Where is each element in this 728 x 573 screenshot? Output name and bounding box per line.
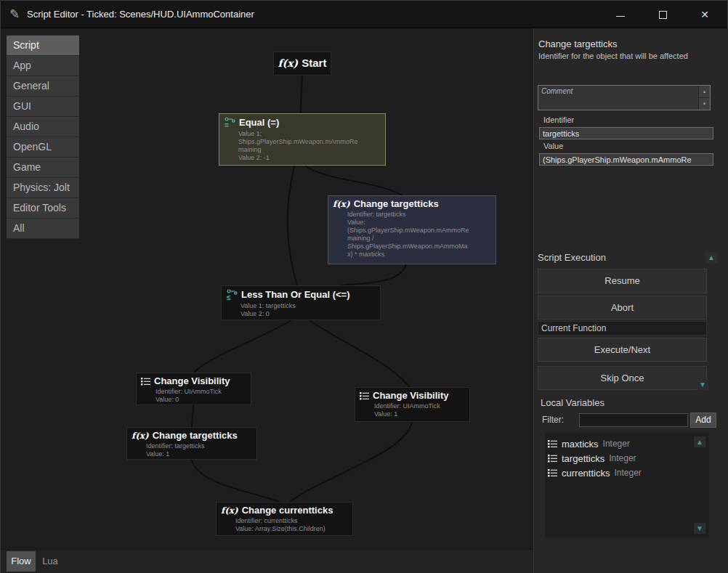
close-button[interactable]: ✕ <box>695 5 714 24</box>
node-line: Value 2: 0 <box>240 310 376 318</box>
node-title-row: Change Visibility <box>355 388 469 402</box>
caret-down-icon: ▼ <box>703 102 707 106</box>
inspector-title: Change targetticks <box>538 38 617 49</box>
node-body: Identifier: UIAmmoTick Value: 0 <box>137 387 251 407</box>
node-line: Identifier: currentticks <box>235 517 348 525</box>
sidebar-item-app[interactable]: App <box>7 56 79 76</box>
variable-row-targetticks[interactable]: targetticks Integer <box>548 451 636 466</box>
sidebar-item-opengl[interactable]: OpenGL <box>7 137 79 158</box>
node-title: Start <box>302 57 326 69</box>
tab-lua[interactable]: Lua <box>37 551 63 572</box>
variable-name: targetticks <box>562 453 604 464</box>
identifier-label: Identifier <box>543 115 574 124</box>
variable-type: Integer <box>603 439 630 449</box>
node-change-targetticks-1[interactable]: f(x) Change targetticks Identifier: targ… <box>328 195 496 264</box>
node-equal[interactable]: = Equal (=) Value 1: Ships.gPlayerShip.m… <box>219 113 386 166</box>
node-change-visibility-1[interactable]: Change Visibility Identifier: UIAmmoTick… <box>136 373 251 405</box>
variable-type: Integer <box>614 468 641 478</box>
maximize-icon <box>659 11 667 19</box>
variable-type: Integer <box>609 453 636 463</box>
add-variable-button[interactable]: Add <box>690 413 716 428</box>
node-line: Identifier: UIAmmoTick <box>374 402 465 410</box>
value-input[interactable] <box>539 153 713 166</box>
current-function-label: Current Function <box>538 321 707 336</box>
node-title-row: f(x) Change targetticks <box>127 428 256 442</box>
variable-row-currentticks[interactable]: currentticks Integer <box>548 466 642 480</box>
node-title-row: ≤ Less Than Or Equal (<=) <box>222 286 380 301</box>
comment-scrollbar: ▲ ▼ <box>698 86 710 110</box>
filter-label: Filter: <box>542 415 564 425</box>
identifier-input[interactable] <box>539 127 713 139</box>
node-change-currentticks[interactable]: f(x) Change currentticks Identifier: cur… <box>216 502 353 536</box>
node-line: Identifier: targetticks <box>146 442 252 450</box>
node-title: Change targetticks <box>354 198 439 209</box>
node-line: Identifier: targetticks <box>347 211 491 219</box>
node-line: Ships.gPlayerShip.mWeapon.mAmmoMa <box>347 243 491 251</box>
node-line: Value 2: -1 <box>238 154 381 162</box>
svg-text:≤: ≤ <box>227 293 231 301</box>
resume-button[interactable]: Resume <box>538 269 707 293</box>
node-title: Change targetticks <box>153 430 238 441</box>
sidebar-item-editor-tools[interactable]: Editor Tools <box>7 198 79 219</box>
node-line: Identifier: UIAmmoTick <box>155 388 246 396</box>
function-icon: f(x) <box>132 431 149 441</box>
category-sidebar: Script App General GUI Audio OpenGL Game… <box>7 35 79 239</box>
tab-flow[interactable]: Flow <box>7 551 36 572</box>
script-execution-title: Script Execution <box>538 252 606 263</box>
sidebar-item-script[interactable]: Script <box>7 36 79 56</box>
svg-text:=: = <box>225 121 229 129</box>
local-variables-title: Local Variables <box>541 397 604 408</box>
node-title-row: f(x) Start <box>274 52 331 70</box>
sidebar-item-gui[interactable]: GUI <box>7 97 79 117</box>
sidebar-item-game[interactable]: Game <box>7 158 79 178</box>
node-line: Value 1: <box>238 130 381 138</box>
execution-scroll-down-button[interactable]: ▼ <box>697 379 708 390</box>
variable-row-maxticks[interactable]: maxticks Integer <box>548 436 630 451</box>
comment-scroll-up-button[interactable]: ▲ <box>699 86 710 98</box>
variable-icon <box>548 468 557 477</box>
sidebar-item-audio[interactable]: Audio <box>7 117 79 137</box>
node-body: Value 1: targetticks Value 2: 0 <box>222 301 380 321</box>
abort-button[interactable]: Abort <box>538 296 707 320</box>
graph-canvas[interactable]: f(x) Start = Equal (=) Value 1: S <box>1 28 533 549</box>
caret-up-icon: ▲ <box>703 89 707 94</box>
node-body: Identifier: targetticks Value: 1 <box>127 442 256 461</box>
variables-scroll-down-button[interactable]: ▼ <box>694 523 705 534</box>
comment-input[interactable] <box>538 86 698 110</box>
variables-scroll-up-button[interactable]: ▲ <box>694 436 705 447</box>
node-title: Less Than Or Equal (<=) <box>241 289 350 300</box>
maximize-button[interactable] <box>653 5 672 24</box>
execute-next-button[interactable]: Execute/Next <box>538 338 707 362</box>
node-change-visibility-2[interactable]: Change Visibility Identifier: UIAmmoTick… <box>355 387 470 422</box>
skip-once-button[interactable]: Skip Once <box>538 366 707 390</box>
sidebar-item-general[interactable]: General <box>7 76 79 97</box>
minimize-button[interactable] <box>611 5 630 24</box>
node-body: Value 1: Ships.gPlayerShip.mWeapon.mAmmo… <box>219 129 385 165</box>
equal-icon: = <box>224 116 235 129</box>
node-less-than-or-equal[interactable]: ≤ Less Than Or Equal (<=) Value 1: targe… <box>221 285 381 320</box>
function-icon: f(x) <box>221 505 238 516</box>
node-line: Value: 1 <box>146 450 252 458</box>
comment-scroll-down-button[interactable]: ▼ <box>699 98 710 110</box>
node-body: Identifier: currentticks Value: Array.Si… <box>217 516 352 536</box>
inspector-description: Identifier for the object that will be a… <box>538 52 692 61</box>
node-title: Change currentticks <box>242 505 333 516</box>
less-than-or-equal-icon: ≤ <box>226 288 238 301</box>
sidebar-item-all[interactable]: All <box>7 219 79 239</box>
execution-scroll-up-button[interactable]: ▲ <box>705 252 717 263</box>
filter-input[interactable] <box>579 413 688 427</box>
node-title-row: Change Visibility <box>137 373 251 387</box>
node-change-targetticks-2[interactable]: f(x) Change targetticks Identifier: targ… <box>126 427 257 460</box>
function-icon: f(x) <box>333 199 350 209</box>
script-editor-window: ✎ Script Editor - Ticked: Scenes/HUD.UIA… <box>0 0 728 573</box>
node-line: Ships.gPlayerShip.mWeapon.mAmmoRe <box>238 138 381 146</box>
minimize-icon <box>616 16 625 17</box>
node-body: Identifier: UIAmmoTick Value: 1 <box>355 402 469 421</box>
node-title-row: f(x) Change targetticks <box>328 196 496 210</box>
sidebar-item-physics-jolt[interactable]: Physics: Jolt <box>7 178 79 198</box>
node-line: Value: <box>347 219 491 227</box>
title-bar: ✎ Script Editor - Ticked: Scenes/HUD.UIA… <box>1 1 727 28</box>
variable-name: currentticks <box>562 468 610 479</box>
value-label: Value <box>543 142 563 150</box>
node-start[interactable]: f(x) Start <box>273 52 331 76</box>
